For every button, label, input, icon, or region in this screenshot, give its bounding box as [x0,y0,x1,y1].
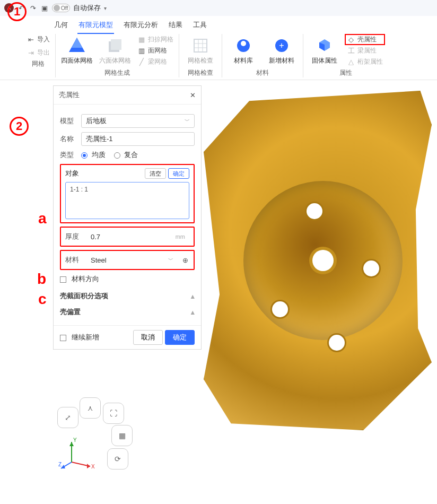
name-input[interactable]: 壳属性-1 [81,132,195,146]
view-xyz-icon[interactable]: ⋏ [80,397,101,419]
material-direction-label: 材料方向 [72,275,99,283]
svg-rect-4 [194,39,207,52]
group-label-materials: 材料 [256,68,269,77]
shell-prop-button[interactable]: ◇ 壳属性 [345,34,385,45]
qa-dropdown-icon[interactable]: ▾ [104,5,107,11]
save-icon[interactable]: ▣ [40,4,49,12]
material-value: Steel [91,256,107,264]
annotation-2: 2 [10,117,29,136]
face-mesh-label: 面网格 [148,46,167,55]
svg-marker-1 [72,38,82,48]
import-button[interactable]: ⇤ 导入 [24,34,52,45]
tab-geometry[interactable]: 几何 [53,17,69,34]
shell-offset-collapser[interactable]: 壳偏置 ▴ [60,304,195,320]
type-field-label: 类型 [60,150,78,160]
chevron-up-icon: ▴ [191,292,195,300]
shell-property-panel: 壳属性 ✕ 模型 后地板 ﹀ 名称 壳属性-1 类型 均质 [53,85,202,350]
toggle-label: Off [61,5,68,11]
solid-prop-label: 固体属性 [312,56,337,65]
add-material-button[interactable]: + 新增材料 [264,34,300,67]
tab-fem-analysis[interactable]: 有限元分析 [123,17,159,34]
chevron-down-icon: ﹀ [168,256,173,264]
ribbon-tabs: 几何 有限元模型 有限元分析 结果 工具 [53,17,208,34]
ribbon-group-meshcheck: 网格检查 网格检查 [179,34,222,77]
export-button[interactable]: ⇥ 导出 [24,47,52,58]
chevron-down-icon: ﹀ [185,117,190,125]
chevron-up-icon: ▴ [191,308,195,316]
clear-button[interactable]: 清空 [145,168,166,179]
beam-prop-button[interactable]: 工 梁属性 [345,45,385,56]
model-select-value: 后地板 [86,116,107,126]
add-material-icon: + [272,36,291,55]
sweep-mesh-button[interactable]: ▦ 扫掠网格 [135,34,176,45]
model-viewport[interactable] [204,91,432,430]
tab-fem-model[interactable]: 有限元模型 [77,17,114,34]
tab-results[interactable]: 结果 [168,17,183,34]
export-label: 导出 [37,48,50,57]
autosave-label: 自动保存 [73,3,101,13]
type-option-homogeneous[interactable]: 均质 [81,150,106,160]
tab-tools[interactable]: 工具 [192,17,208,34]
face-mesh-button[interactable]: ▥ 面网格 [135,45,176,56]
shell-prop-label: 壳属性 [357,35,377,44]
hex-mesh-button[interactable]: 六面体网格 [97,34,133,67]
import-icon: ⇤ [27,36,35,44]
view-fit-icon[interactable]: ⛶ [103,403,124,424]
view-grid-icon[interactable]: ▦ [111,425,133,446]
view-rotate-icon[interactable]: ⟳ [107,448,128,470]
truss-prop-label: 桁架属性 [357,57,383,66]
svg-rect-3 [111,39,121,50]
axis-y-label: Y [73,437,77,443]
mesh-check-button[interactable]: 网格检查 [182,34,219,67]
object-list[interactable]: 1-1 : 1 [65,182,189,219]
thickness-unit: mm [176,233,185,240]
annotation-a: a [38,210,47,227]
material-lib-label: 材料库 [234,56,253,65]
ribbon-group-materials: 材料库 + 新增材料 材料 [222,34,303,77]
ribbon-group-mesh-io: ⇤ 导入 ⇥ 导出 网格 [21,34,56,77]
sweep-mesh-icon: ▦ [137,36,146,44]
autosave-toggle[interactable]: Off [52,4,70,12]
add-material-inline-button[interactable]: ⊕ [181,256,189,264]
annotation-b: b [37,271,46,288]
continue-add-checkbox[interactable]: 继续新增 [60,333,99,342]
material-direction-checkbox[interactable]: 材料方向 [60,274,99,284]
thickness-label: 厚度 [65,232,83,241]
beam-prop-icon: 工 [347,47,355,55]
ribbon-body: ⇤ 导入 ⇥ 导出 网格 四面体网格 [0,34,437,77]
type-option-label: 复合 [124,151,138,159]
panel-close-button[interactable]: ✕ [190,91,196,99]
redo-icon[interactable]: ↷ [29,4,37,12]
group-label-meshcheck: 网格检查 [188,68,213,77]
truss-prop-button[interactable]: △ 桁架属性 [345,56,385,67]
solid-prop-button[interactable]: 固体属性 [307,34,343,67]
thickness-input[interactable]: 0.7 mm [86,230,189,244]
section-integration-collapser[interactable]: 壳截面积分选项 ▴ [60,288,195,304]
svg-point-6 [241,41,246,46]
beam-mesh-icon: ╱ [137,58,146,66]
workspace: 壳属性 ✕ 模型 后地板 ﹀ 名称 壳属性-1 类型 均质 [0,80,437,483]
model-hole [363,260,379,276]
tet-mesh-button[interactable]: 四面体网格 [59,34,95,67]
continue-add-label: 继续新增 [72,333,99,341]
material-select[interactable]: Steel ﹀ [86,253,178,267]
group-label-meshgen: 网格生成 [104,68,130,77]
object-section: 对象 清空 确定 1-1 : 1 [60,164,195,223]
view-axes-icon[interactable]: ⤢ [57,407,78,428]
material-lib-button[interactable]: 材料库 [225,34,261,67]
confirm-selection-button[interactable]: 确定 [168,168,189,179]
radio-icon [81,152,88,159]
axis-z-label: Z [58,462,62,467]
type-option-composite[interactable]: 复合 [114,150,138,160]
import-label: 导入 [37,35,50,44]
svg-text:+: + [279,41,284,50]
cancel-button[interactable]: 取消 [133,330,163,345]
model-select[interactable]: 后地板 ﹀ [81,114,195,128]
beam-mesh-button[interactable]: ╱ 梁网格 [135,56,176,67]
truss-prop-icon: △ [347,58,355,66]
confirm-button[interactable]: 确定 [165,330,195,345]
quick-access-toolbar: A ↶ ↷ ▣ Off 自动保存 ▾ [0,0,437,16]
name-input-value: 壳属性-1 [86,134,113,144]
view-gizmo: ⤢ ⋏ ⛶ ▦ ⟳ X Y Z [48,397,127,477]
group-label-mesh: 网格 [32,59,45,68]
